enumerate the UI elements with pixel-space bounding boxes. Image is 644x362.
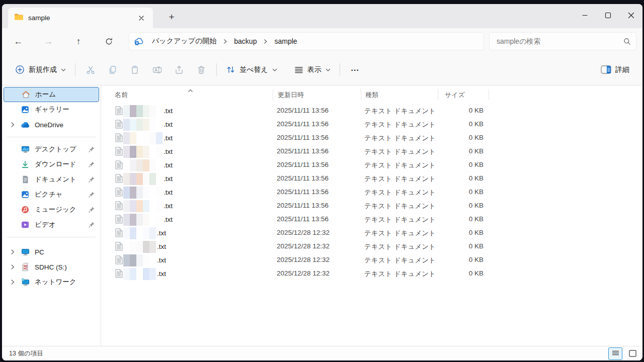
- expand-chevron-icon[interactable]: [7, 249, 19, 255]
- breadcrumb-chevron-icon[interactable]: [220, 39, 230, 44]
- column-resize-handle[interactable]: [438, 89, 438, 100]
- details-view-toggle[interactable]: [608, 347, 622, 360]
- file-row[interactable]: .txt2025/11/11 13:56テキスト ドキュメント0 KB: [101, 145, 642, 158]
- rename-icon: [146, 60, 168, 80]
- column-header-type[interactable]: 種類: [365, 90, 378, 100]
- redacted-name-mosaic: [123, 159, 163, 171]
- search-box[interactable]: [489, 32, 636, 50]
- column-header-size[interactable]: サイズ: [445, 90, 465, 100]
- column-header-modified[interactable]: 更新日時: [278, 90, 304, 100]
- text-file-icon: [115, 106, 123, 117]
- sidebar-item-onedrive[interactable]: OneDrive: [4, 117, 99, 132]
- redacted-name-mosaic: [123, 214, 163, 226]
- desktop-icon: [19, 145, 32, 154]
- file-extension: .txt: [164, 107, 173, 115]
- music-icon: [19, 205, 32, 214]
- file-modified: 2025/11/11 13:56: [277, 202, 329, 209]
- up-icon[interactable]: ↑: [68, 32, 89, 50]
- more-options-button[interactable]: ...: [344, 60, 366, 80]
- new-button-label: 新規作成: [29, 65, 57, 74]
- search-input[interactable]: [496, 37, 623, 46]
- file-row[interactable]: .txt2025/11/11 13:56テキスト ドキュメント0 KB: [101, 172, 642, 186]
- sidebar-item-network[interactable]: ネットワーク: [4, 275, 99, 290]
- text-file-icon: [115, 174, 123, 185]
- tab-close-icon[interactable]: [135, 12, 148, 25]
- file-extension: .txt: [157, 229, 166, 237]
- sidebar-item-gallery[interactable]: ギャラリー: [4, 102, 99, 117]
- refresh-icon[interactable]: [99, 32, 119, 50]
- search-icon[interactable]: [623, 38, 631, 45]
- file-row[interactable]: .txt2025/12/28 12:32テキスト ドキュメント0 KB: [101, 267, 642, 281]
- file-extension: .txt: [157, 256, 166, 264]
- file-row[interactable]: .txt2025/11/11 13:56テキスト ドキュメント0 KB: [101, 158, 642, 172]
- chevron-down-icon: [272, 68, 277, 72]
- redacted-name-mosaic: [123, 187, 163, 199]
- command-bar: 新規作成: [2, 54, 642, 85]
- breadcrumb-chevron-icon[interactable]: [261, 39, 270, 44]
- sort-button[interactable]: 並べ替え: [221, 60, 282, 80]
- file-modified: 2025/12/28 12:32: [277, 229, 330, 236]
- delete-icon: [190, 60, 212, 80]
- column-resize-handle[interactable]: [489, 89, 489, 100]
- file-type: テキスト ドキュメント: [364, 215, 436, 224]
- sdcard-icon: SDHC: [19, 262, 32, 272]
- file-row[interactable]: .txt2025/12/28 12:32テキスト ドキュメント0 KB: [101, 226, 642, 240]
- details-pane-button[interactable]: 詳細: [596, 60, 634, 80]
- file-type: テキスト ドキュメント: [364, 188, 436, 197]
- toolbar-divider: [75, 63, 75, 76]
- file-extension: .txt: [164, 189, 173, 196]
- text-file-icon: [115, 255, 123, 266]
- sidebar-item-downloads[interactable]: ダウンロード: [4, 157, 99, 172]
- large-icons-view-toggle[interactable]: [625, 347, 639, 360]
- expand-chevron-icon[interactable]: [7, 264, 19, 270]
- sidebar-item-pictures[interactable]: ピクチャ: [4, 187, 99, 202]
- tab-sample[interactable]: sample: [8, 8, 153, 28]
- sidebar-item-desktop[interactable]: デスクトップ: [4, 142, 99, 157]
- forward-icon: →: [38, 32, 58, 50]
- expand-chevron-icon[interactable]: [7, 122, 19, 128]
- breadcrumb[interactable]: バックアップの開始backupsample: [129, 32, 484, 50]
- sidebar-item-pc[interactable]: PC: [4, 244, 99, 259]
- new-tab-button[interactable]: +: [163, 10, 180, 25]
- sidebar-item-videos[interactable]: ビデオ: [4, 217, 99, 232]
- close-button[interactable]: [619, 4, 642, 26]
- back-icon[interactable]: ←: [8, 32, 28, 50]
- column-header-name[interactable]: 名前: [115, 90, 128, 100]
- text-file-icon: [115, 120, 123, 131]
- view-button[interactable]: 表示: [289, 60, 336, 80]
- sidebar-divider: [7, 237, 96, 237]
- column-resize-handle[interactable]: [361, 89, 361, 100]
- sidebar-item-documents[interactable]: ドキュメント: [4, 172, 99, 187]
- breadcrumb-segment[interactable]: バックアップの開始: [148, 35, 220, 48]
- file-row[interactable]: .txt2025/11/11 13:56テキスト ドキュメント0 KB: [101, 131, 642, 145]
- sidebar-item-home[interactable]: ホーム: [4, 87, 99, 102]
- file-modified: 2025/11/11 13:56: [277, 188, 329, 196]
- sidebar-item-sdcard[interactable]: SDHCSDHC (S:): [4, 259, 99, 275]
- new-button[interactable]: 新規作成: [10, 60, 71, 80]
- file-row[interactable]: .txt2025/11/11 13:56テキスト ドキュメント0 KB: [101, 118, 642, 131]
- column-resize-handle[interactable]: [273, 89, 273, 100]
- sidebar-item-music[interactable]: ミュージック: [4, 202, 99, 217]
- maximize-button[interactable]: [596, 4, 619, 26]
- file-row[interactable]: .txt2025/11/11 13:56テキスト ドキュメント0 KB: [101, 104, 642, 118]
- redacted-name-mosaic: [123, 268, 156, 280]
- share-icon: [168, 60, 190, 80]
- sidebar-item-label: ギャラリー: [35, 105, 97, 114]
- expand-chevron-icon[interactable]: [7, 279, 19, 285]
- breadcrumb-segment[interactable]: sample: [270, 35, 301, 47]
- redacted-name-mosaic: [123, 254, 156, 266]
- file-row[interactable]: .txt2025/12/28 12:32テキスト ドキュメント0 KB: [101, 253, 642, 267]
- sidebar-item-label: ダウンロード: [35, 160, 86, 169]
- breadcrumb-segment[interactable]: backup: [230, 35, 261, 47]
- file-row[interactable]: .txt2025/11/11 13:56テキスト ドキュメント0 KB: [101, 186, 642, 199]
- file-size: 0 KB: [433, 147, 484, 155]
- file-row[interactable]: .txt2025/11/11 13:56テキスト ドキュメント0 KB: [101, 213, 642, 226]
- file-modified: 2025/11/11 13:56: [277, 215, 329, 223]
- file-row[interactable]: .txt2025/11/11 13:56テキスト ドキュメント0 KB: [101, 199, 642, 213]
- file-row[interactable]: .txt2025/12/28 12:32テキスト ドキュメント0 KB: [101, 240, 642, 253]
- navigation-pane: ホームギャラリーOneDriveデスクトップダウンロードドキュメントピクチャミュ…: [2, 85, 101, 346]
- minimize-button[interactable]: [573, 4, 596, 26]
- file-modified: 2025/11/11 13:56: [277, 107, 329, 114]
- file-size: 0 KB: [433, 269, 484, 277]
- text-file-icon: [115, 215, 123, 226]
